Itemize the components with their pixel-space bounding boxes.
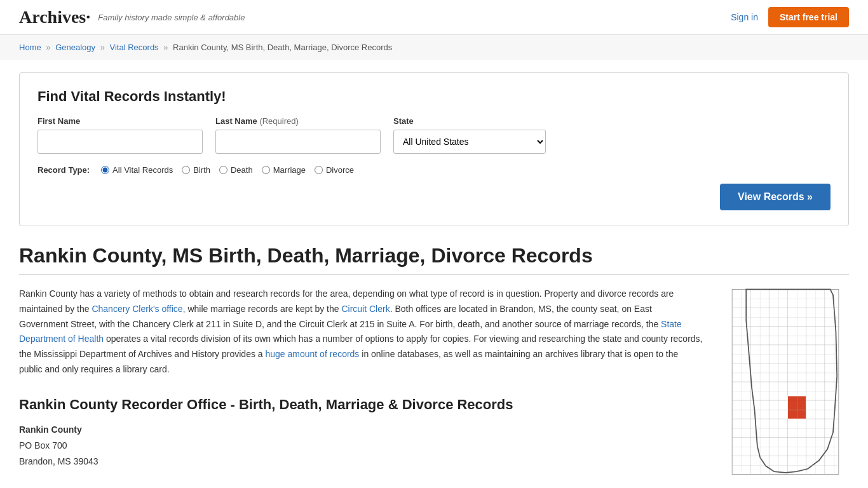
chancery-clerk-link[interactable]: Chancery Clerk's office, [92,304,185,314]
radio-marriage-input[interactable] [262,166,270,174]
sign-in-link[interactable]: Sign in [731,12,758,22]
recorder-info: Rankin County PO Box 700 Brandon, MS 390… [19,422,703,470]
record-type-row: Record Type: All Vital Records Birth Dea… [37,165,831,175]
search-actions: View Records » [37,184,831,210]
last-name-group: Last Name (Required) [215,116,381,154]
radio-birth-input[interactable] [182,166,190,174]
breadcrumb-current: Rankin County, MS Birth, Death, Marriage… [173,43,392,52]
main-content: Find Vital Records Instantly! First Name… [0,60,868,488]
radio-divorce-input[interactable] [315,166,323,174]
huge-records-link[interactable]: huge amount of records [266,349,360,359]
county-name: Rankin County [19,422,703,438]
search-box: Find Vital Records Instantly! First Name… [19,72,849,226]
breadcrumb-vital-records[interactable]: Vital Records [110,43,159,52]
radio-death-input[interactable] [219,166,227,174]
radio-death[interactable]: Death [219,165,253,175]
radio-divorce[interactable]: Divorce [315,165,354,175]
logo: Archives· [19,7,90,27]
map-area [722,287,849,479]
breadcrumb-sep2: » [100,43,105,52]
mississippi-map [722,287,849,477]
radio-all-vital[interactable]: All Vital Records [101,165,173,175]
breadcrumb: Home » Genealogy » Vital Records » Ranki… [0,35,868,60]
intro-paragraph: Rankin County has a variety of methods t… [19,287,703,377]
breadcrumb-genealogy[interactable]: Genealogy [55,43,95,52]
breadcrumb-sep3: » [163,43,168,52]
first-name-input[interactable] [37,130,203,154]
first-name-label: First Name [37,116,203,126]
content-section: Rankin County has a variety of methods t… [19,287,849,479]
address-line2: Brandon, MS 39043 [19,454,703,470]
radio-birth[interactable]: Birth [182,165,210,175]
required-note: (Required) [259,116,298,126]
last-name-label: Last Name (Required) [215,116,381,126]
radio-all-vital-input[interactable] [101,166,109,174]
view-records-button[interactable]: View Records » [720,184,831,210]
search-fields: First Name Last Name (Required) State Al… [37,116,831,154]
state-label: State [393,116,546,126]
tagline: Family history made simple & affordable [98,13,245,22]
radio-group: All Vital Records Birth Death Marriage D… [101,165,354,175]
breadcrumb-home[interactable]: Home [19,43,41,52]
first-name-group: First Name [37,116,203,154]
record-type-label: Record Type: [37,165,90,175]
address-line1: PO Box 700 [19,438,703,454]
content-text: Rankin County has a variety of methods t… [19,287,703,479]
radio-marriage[interactable]: Marriage [262,165,306,175]
header-left: Archives· Family history made simple & a… [19,7,245,27]
header-right: Sign in Start free trial [731,7,849,27]
page-title: Rankin County, MS Birth, Death, Marriage… [19,244,849,275]
search-title: Find Vital Records Instantly! [37,88,831,105]
start-trial-button[interactable]: Start free trial [768,7,849,27]
circuit-clerk-link[interactable]: Circuit Clerk [341,304,390,314]
recorder-title: Rankin County Recorder Office - Birth, D… [19,396,703,413]
state-group: State All United States [393,116,546,154]
last-name-input[interactable] [215,130,381,154]
breadcrumb-sep1: » [46,43,50,52]
state-select[interactable]: All United States [393,130,546,154]
recorder-section: Rankin County Recorder Office - Birth, D… [19,396,703,470]
header: Archives· Family history made simple & a… [0,0,868,35]
